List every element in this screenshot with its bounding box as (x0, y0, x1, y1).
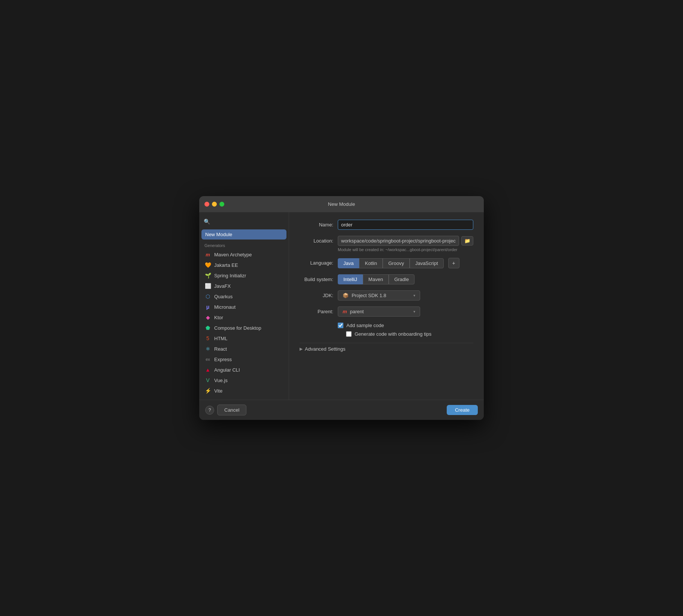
create-button[interactable]: Create (447, 405, 478, 415)
location-label: Location: (300, 236, 333, 244)
angular-icon: ▲ (204, 366, 211, 373)
new-module-dialog: New Module 🔍 New Module Generators m Mav… (199, 196, 484, 420)
help-button[interactable]: ? (205, 406, 214, 415)
sidebar-item-jakarta-ee[interactable]: 🧡 Jakarta EE (199, 260, 289, 270)
micronaut-icon: μ (204, 304, 211, 310)
parent-value: parent (350, 309, 364, 314)
checkboxes-section: Add sample code Generate code with onboa… (300, 323, 473, 337)
jdk-label: JDK: (300, 290, 333, 298)
language-add-button[interactable]: + (448, 258, 459, 268)
ktor-icon: ◆ (204, 314, 211, 321)
location-input[interactable] (338, 236, 459, 246)
language-label: Language: (300, 258, 333, 266)
jdk-row: JDK: 📦 Project SDK 1.8 ▾ (300, 290, 473, 301)
add-sample-code-row[interactable]: Add sample code (338, 323, 473, 328)
sidebar-item-javafx[interactable]: ⬜ JavaFX (199, 281, 289, 291)
name-input[interactable] (338, 220, 473, 230)
dialog-title: New Module (328, 201, 355, 207)
vite-icon: ⚡ (204, 387, 211, 394)
search-icon: 🔍 (204, 219, 210, 225)
sidebar-item-new-module[interactable]: New Module (201, 229, 286, 240)
build-gradle-button[interactable]: Gradle (389, 274, 415, 284)
parent-row: Parent: m parent ▾ (300, 307, 473, 317)
location-control: 📁 Module will be created in: ~/workspac.… (338, 236, 473, 252)
compose-icon: ⬟ (204, 324, 211, 331)
add-sample-code-checkbox[interactable] (338, 323, 343, 328)
quarkus-icon: ⬡ (204, 293, 211, 300)
name-control (338, 220, 473, 230)
sidebar-item-react[interactable]: ⚛ React (199, 344, 289, 354)
language-row: Language: Java Kotlin Groovy JavaScript … (300, 258, 473, 268)
jdk-control: 📦 Project SDK 1.8 ▾ (338, 290, 473, 301)
vue-icon: V (204, 377, 211, 384)
build-system-label: Build system: (300, 274, 333, 282)
language-java-button[interactable]: Java (338, 258, 359, 268)
dialog-body: 🔍 New Module Generators m Maven Archetyp… (199, 212, 484, 400)
language-javascript-button[interactable]: JavaScript (410, 258, 444, 268)
sidebar-item-micronaut[interactable]: μ Micronaut (199, 302, 289, 312)
jdk-dropdown[interactable]: 📦 Project SDK 1.8 ▾ (338, 290, 420, 301)
parent-maven-icon: m (343, 309, 347, 314)
jakarta-icon: 🧡 (204, 262, 211, 268)
language-kotlin-button[interactable]: Kotlin (359, 258, 383, 268)
main-content: Name: Location: 📁 Module will be created… (289, 212, 484, 400)
generate-onboarding-row[interactable]: Generate code with onboarding tips (338, 331, 473, 337)
close-button[interactable] (204, 202, 209, 207)
build-system-control: IntelliJ Maven Gradle (338, 274, 473, 284)
sidebar-item-compose-desktop[interactable]: ⬟ Compose for Desktop (199, 323, 289, 333)
advanced-settings-label: Advanced Settings (305, 346, 345, 352)
build-system-row: Build system: IntelliJ Maven Gradle (300, 274, 473, 284)
generators-label: Generators (199, 240, 289, 249)
generate-onboarding-checkbox[interactable] (346, 331, 352, 337)
sidebar-item-express[interactable]: ex Express (199, 354, 289, 365)
dialog-footer: ? Cancel Create (199, 400, 484, 420)
react-icon: ⚛ (204, 345, 211, 352)
browse-folder-button[interactable]: 📁 (461, 236, 473, 246)
name-label: Name: (300, 220, 333, 228)
sidebar-item-vuejs[interactable]: V Vue.js (199, 375, 289, 385)
traffic-lights (204, 202, 224, 207)
javafx-icon: ⬜ (204, 283, 211, 289)
footer-left: ? Cancel (205, 405, 246, 415)
parent-dropdown[interactable]: m parent ▾ (338, 307, 420, 317)
spring-icon: 🌱 (204, 272, 211, 279)
minimize-button[interactable] (212, 202, 217, 207)
sidebar-item-maven-archetype[interactable]: m Maven Archetype (199, 249, 289, 260)
jdk-dropdown-arrow: ▾ (413, 293, 415, 298)
maven-icon: m (204, 251, 211, 258)
parent-dropdown-arrow: ▾ (413, 309, 415, 314)
advanced-settings-row[interactable]: ▶ Advanced Settings (300, 343, 473, 355)
sidebar-item-vite[interactable]: ⚡ Vite (199, 385, 289, 396)
location-hint: Module will be created in: ~/workspac...… (338, 247, 473, 252)
html-icon: 5 (204, 335, 211, 342)
name-row: Name: (300, 220, 473, 230)
sidebar-item-quarkus[interactable]: ⬡ Quarkus (199, 291, 289, 302)
advanced-settings-chevron-icon: ▶ (300, 347, 303, 351)
title-bar: New Module (199, 196, 484, 212)
build-maven-button[interactable]: Maven (363, 274, 389, 284)
search-bar[interactable]: 🔍 (199, 216, 289, 229)
jdk-icon: 📦 (343, 293, 349, 298)
sidebar-item-ktor[interactable]: ◆ Ktor (199, 312, 289, 323)
build-system-segmented-group: IntelliJ Maven Gradle (338, 274, 473, 284)
cancel-button[interactable]: Cancel (217, 405, 246, 415)
add-sample-code-label: Add sample code (346, 323, 384, 328)
parent-control: m parent ▾ (338, 307, 473, 317)
language-segmented-group: Java Kotlin Groovy JavaScript (338, 258, 444, 268)
sidebar-item-html[interactable]: 5 HTML (199, 333, 289, 344)
language-control: Java Kotlin Groovy JavaScript + (338, 258, 473, 268)
location-row: Location: 📁 Module will be created in: ~… (300, 236, 473, 252)
express-icon: ex (204, 356, 211, 363)
maximize-button[interactable] (219, 202, 224, 207)
build-intellij-button[interactable]: IntelliJ (338, 274, 363, 284)
sidebar: 🔍 New Module Generators m Maven Archetyp… (199, 212, 289, 400)
jdk-value: Project SDK 1.8 (352, 293, 386, 298)
sidebar-item-spring-initializr[interactable]: 🌱 Spring Initializr (199, 270, 289, 281)
language-groovy-button[interactable]: Groovy (383, 258, 410, 268)
sidebar-item-angular-cli[interactable]: ▲ Angular CLI (199, 365, 289, 375)
generate-onboarding-label: Generate code with onboarding tips (355, 331, 431, 337)
parent-label: Parent: (300, 307, 333, 314)
